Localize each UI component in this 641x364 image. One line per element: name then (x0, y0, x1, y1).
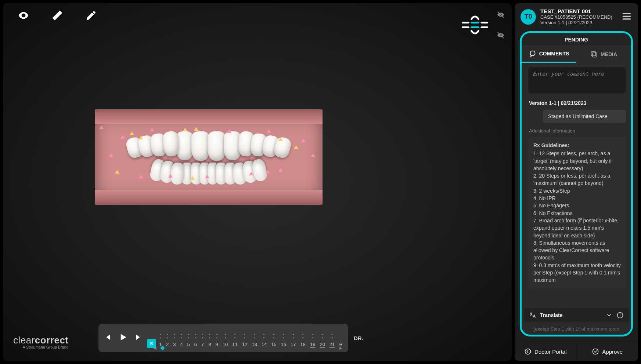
guideline-line: 2. 20 Steps or less, per arch, as a 'max… (533, 172, 621, 187)
step-back-icon[interactable] (104, 332, 115, 344)
staged-badge: Staged as Unlimited Case (543, 110, 626, 123)
hide-lower-icon[interactable] (496, 31, 506, 41)
visibility-icon[interactable] (18, 10, 29, 23)
treatment-timeline[interactable]: S123456789101112131415161718192021R ◀ ▶ (98, 324, 348, 352)
case-version: Version 1-1 | 02/21/2023 (540, 20, 617, 25)
teeth-model[interactable] (95, 109, 323, 205)
guideline-line: 3. 2 weeks/Step (533, 187, 621, 194)
comment-version-label: Version 1-1 | 02/21/2023 (529, 100, 626, 106)
brand-logo: clearcorrect A Straumann Group Brand (13, 335, 69, 349)
additional-info-label: Additional Information (529, 128, 626, 134)
play-icon[interactable] (118, 332, 129, 344)
tab-comments[interactable]: COMMENTS (522, 46, 576, 63)
svg-rect-12 (591, 51, 595, 56)
doctor-label: DR. (354, 335, 363, 341)
info-icon[interactable] (616, 312, 624, 319)
guideline-line: 9. 0.3 mm's of maximum tooth velocity pe… (533, 262, 621, 284)
truncated-text: (except Step 1 with 1° of maximum tooth (522, 325, 631, 335)
approve-button[interactable]: Approve (577, 342, 638, 361)
case-status: PENDING (522, 33, 631, 46)
patient-name: TEST_PATIENT 001 (540, 8, 617, 14)
timeline-scrubber[interactable]: ◀ ▶ (154, 346, 343, 350)
translate-button[interactable]: Translate (524, 308, 629, 323)
guideline-line: 8. Simultaneous movements as allowed by … (533, 239, 621, 262)
case-number: CASE #1058525 (RECOMMEND) (540, 14, 617, 20)
arch-view-toggle[interactable] (460, 10, 490, 41)
guideline-line: 6. No Extractions (533, 210, 621, 217)
pencil-icon[interactable] (85, 10, 97, 23)
side-panel: T0 TEST_PATIENT 001 CASE #1058525 (RECOM… (515, 3, 638, 361)
svg-point-18 (593, 349, 598, 354)
doctor-portal-button[interactable]: Doctor Portal (515, 342, 577, 361)
svg-point-16 (620, 314, 620, 314)
chevron-down-icon (605, 312, 613, 319)
step-forward-icon[interactable] (132, 332, 143, 344)
hamburger-menu-icon[interactable] (621, 11, 632, 23)
guideline-line: 5. No Engagers (533, 202, 621, 209)
guideline-line: 7. Broad arch form (if posterior x-bite,… (533, 217, 621, 239)
ruler-icon[interactable] (51, 10, 63, 23)
hide-upper-icon[interactable] (496, 11, 506, 20)
tab-media[interactable]: MEDIA (576, 46, 631, 63)
guideline-line: 4. No IPR (533, 194, 621, 202)
guideline-line: 1. 12 Steps or less, per arch, as a 'tar… (533, 150, 621, 172)
svg-point-17 (525, 349, 530, 354)
svg-rect-9 (623, 15, 631, 17)
svg-rect-10 (623, 18, 631, 19)
svg-rect-8 (623, 13, 631, 14)
svg-rect-13 (593, 52, 597, 57)
avatar: T0 (521, 9, 536, 25)
rx-guidelines-box: Rx Guidelines: 1. 12 Steps or less, per … (528, 137, 626, 288)
comment-input[interactable] (528, 67, 626, 94)
treatment-viewer[interactable]: clearcorrect A Straumann Group Brand DR.… (3, 3, 512, 361)
